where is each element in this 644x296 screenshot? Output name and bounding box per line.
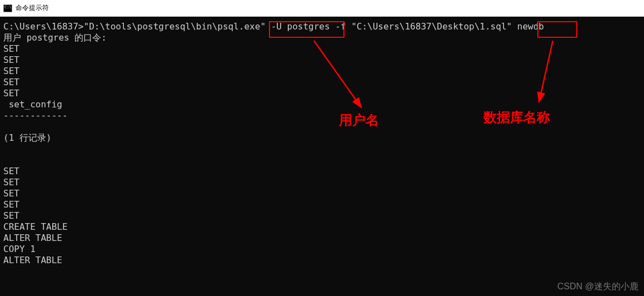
annotation-label-username: 用户名: [339, 111, 379, 129]
output-line: SET: [3, 177, 19, 188]
output-line: SET: [3, 166, 19, 176]
cmd-part2: -f "C:\Users\16837\Desktop\1.sql": [330, 21, 517, 32]
output-line: (1 行记录): [3, 132, 52, 143]
output-line: SET: [3, 199, 19, 210]
annotation-label-dbname: 数据库名称: [483, 108, 550, 126]
cmd-part1: "D:\tools\postgresql\bin\psql.exe": [84, 21, 271, 32]
output-line: SET: [3, 210, 19, 221]
output-line: SET: [3, 66, 19, 76]
cmd-icon: [3, 4, 12, 13]
cmd-highlight-user: -U postgres: [271, 21, 330, 32]
output-line: SET: [3, 43, 19, 54]
output-line: 用户 postgres 的口令:: [3, 32, 107, 43]
cmd-highlight-db: newdb: [517, 21, 544, 32]
output-line: ALTER TABLE: [3, 255, 62, 265]
prompt: C:\Users\16837>: [3, 21, 84, 32]
terminal-output[interactable]: C:\Users\16837>"D:\tools\postgresql\bin\…: [0, 17, 644, 296]
output-line: COPY 1: [3, 244, 36, 254]
watermark: CSDN @迷失的小鹿: [557, 281, 638, 293]
output-line: ALTER TABLE: [3, 233, 62, 243]
output-line: ------------: [3, 110, 68, 121]
output-line: SET: [3, 88, 19, 98]
output-line: SET: [3, 55, 19, 65]
window-titlebar[interactable]: 命令提示符: [0, 0, 644, 17]
output-line: SET: [3, 188, 19, 199]
window-title: 命令提示符: [16, 3, 49, 13]
output-line: CREATE TABLE: [3, 221, 68, 232]
output-line: set_config: [3, 99, 62, 110]
output-line: SET: [3, 77, 19, 87]
